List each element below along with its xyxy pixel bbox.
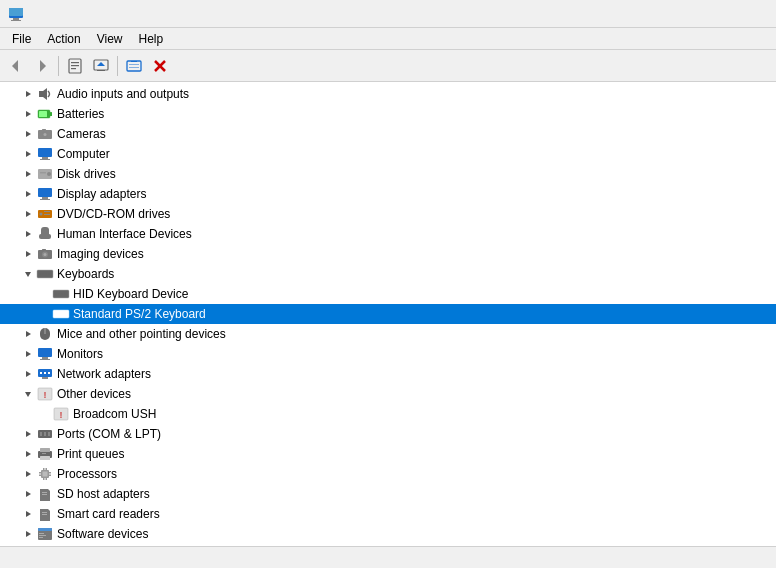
svg-marker-25: [26, 111, 31, 117]
svg-rect-74: [58, 295, 63, 297]
tree-item-broadcom[interactable]: ! Broadcom USH: [0, 404, 776, 424]
tree-item-computer[interactable]: Computer: [0, 144, 776, 164]
tree-item-displayadapters[interactable]: Display adapters: [0, 184, 776, 204]
svg-rect-136: [39, 537, 43, 538]
minimize-button[interactable]: [626, 0, 672, 28]
tree-item-smartcard[interactable]: Smart card readers: [0, 504, 776, 524]
uninstall-button[interactable]: [148, 54, 172, 78]
tree-item-ports[interactable]: Ports (COM & LPT): [0, 424, 776, 444]
expand-icon-sdhost: [20, 486, 36, 502]
item-label-imaging: Imaging devices: [57, 247, 144, 261]
svg-rect-110: [40, 456, 50, 460]
svg-rect-122: [43, 472, 48, 477]
svg-rect-95: [44, 372, 46, 374]
item-label-broadcom: Broadcom USH: [73, 407, 156, 421]
expand-icon-keyboards: [20, 266, 36, 282]
item-icon-cameras: [36, 125, 54, 143]
item-icon-ports: [36, 425, 54, 443]
svg-rect-80: [64, 312, 66, 314]
svg-rect-121: [46, 478, 48, 480]
svg-rect-94: [40, 372, 42, 374]
tree-item-monitors[interactable]: Monitors: [0, 344, 776, 364]
svg-point-32: [44, 133, 47, 136]
device-tree[interactable]: Admin Audio inputs and outputs Batteries…: [0, 82, 776, 546]
svg-marker-97: [25, 392, 31, 397]
expand-icon-displayadapters: [20, 186, 36, 202]
svg-rect-65: [39, 275, 41, 277]
tree-item-hid-keyboard[interactable]: HID Keyboard Device: [0, 284, 776, 304]
item-label-cameras: Cameras: [57, 127, 106, 141]
menu-action[interactable]: Action: [39, 30, 88, 48]
tree-item-other[interactable]: ! Other devices: [0, 384, 776, 404]
item-icon-broadcom: !: [52, 405, 70, 423]
item-label-computer: Computer: [57, 147, 110, 161]
svg-marker-112: [26, 471, 31, 477]
svg-rect-90: [40, 359, 50, 360]
svg-rect-15: [129, 64, 139, 65]
tree-item-sound[interactable]: Sound, video and game controllers: [0, 544, 776, 546]
tree-item-dvd[interactable]: DVD/CD-ROM drives: [0, 204, 776, 224]
menu-view[interactable]: View: [89, 30, 131, 48]
svg-rect-36: [42, 157, 48, 159]
item-label-diskdrives: Disk drives: [57, 167, 116, 181]
svg-marker-84: [26, 331, 31, 337]
svg-marker-51: [26, 231, 31, 237]
tree-item-imaging[interactable]: Imaging devices: [0, 244, 776, 264]
menu-file[interactable]: File: [4, 30, 39, 48]
svg-text:!: !: [44, 390, 47, 400]
back-button[interactable]: [4, 54, 28, 78]
svg-rect-66: [42, 275, 47, 277]
tree-item-software[interactable]: Software devices: [0, 524, 776, 544]
item-label-hid: Human Interface Devices: [57, 227, 192, 241]
svg-rect-73: [55, 295, 57, 297]
properties-button[interactable]: [63, 54, 87, 78]
svg-rect-16: [129, 67, 139, 68]
tree-item-batteries[interactable]: Batteries: [0, 104, 776, 124]
svg-rect-62: [42, 272, 44, 274]
forward-button[interactable]: [30, 54, 54, 78]
tree-item-diskdrives[interactable]: Disk drives: [0, 164, 776, 184]
svg-rect-120: [43, 478, 45, 480]
maximize-button[interactable]: [674, 0, 720, 28]
svg-rect-96: [48, 372, 50, 374]
svg-rect-14: [131, 61, 137, 62]
svg-marker-91: [26, 371, 31, 377]
tree-item-network[interactable]: Network adapters: [0, 364, 776, 384]
window-controls: [626, 0, 768, 28]
svg-rect-93: [42, 377, 48, 379]
item-icon-dvd: [36, 205, 54, 223]
item-label-monitors: Monitors: [57, 347, 103, 361]
update-driver-button[interactable]: [89, 54, 113, 78]
close-button[interactable]: [722, 0, 768, 28]
tree-item-keyboards[interactable]: Keyboards: [0, 264, 776, 284]
tree-item-audio[interactable]: Audio inputs and outputs: [0, 84, 776, 104]
expand-icon-ps2-keyboard: [36, 306, 52, 322]
item-label-smartcard: Smart card readers: [57, 507, 160, 521]
svg-rect-33: [42, 129, 46, 131]
expand-icon-mice: [20, 326, 36, 342]
tree-item-sdhost[interactable]: SD host adapters: [0, 484, 776, 504]
tree-item-printqueues[interactable]: Print queues: [0, 444, 776, 464]
svg-marker-5: [40, 60, 46, 72]
item-icon-keyboards: [36, 265, 54, 283]
svg-rect-11: [97, 70, 105, 71]
item-icon-network: [36, 365, 54, 383]
expand-icon-ports: [20, 426, 36, 442]
svg-rect-69: [55, 292, 57, 294]
scan-hardware-button[interactable]: [122, 54, 146, 78]
svg-rect-72: [64, 292, 66, 294]
item-label-audio: Audio inputs and outputs: [57, 87, 189, 101]
tree-item-mice[interactable]: Mice and other pointing devices: [0, 324, 776, 344]
svg-rect-118: [43, 468, 45, 470]
item-icon-smartcard: [36, 505, 54, 523]
tree-item-ps2-keyboard[interactable]: Standard PS/2 Keyboard: [0, 304, 776, 324]
item-icon-displayadapters: [36, 185, 54, 203]
svg-marker-127: [26, 511, 31, 517]
svg-rect-135: [39, 535, 46, 536]
tree-item-processors[interactable]: Processors: [0, 464, 776, 484]
tree-item-cameras[interactable]: Cameras: [0, 124, 776, 144]
tree-item-hid[interactable]: Human Interface Devices: [0, 224, 776, 244]
svg-rect-109: [40, 448, 50, 452]
menu-help[interactable]: Help: [131, 30, 172, 48]
item-icon-batteries: [36, 105, 54, 123]
